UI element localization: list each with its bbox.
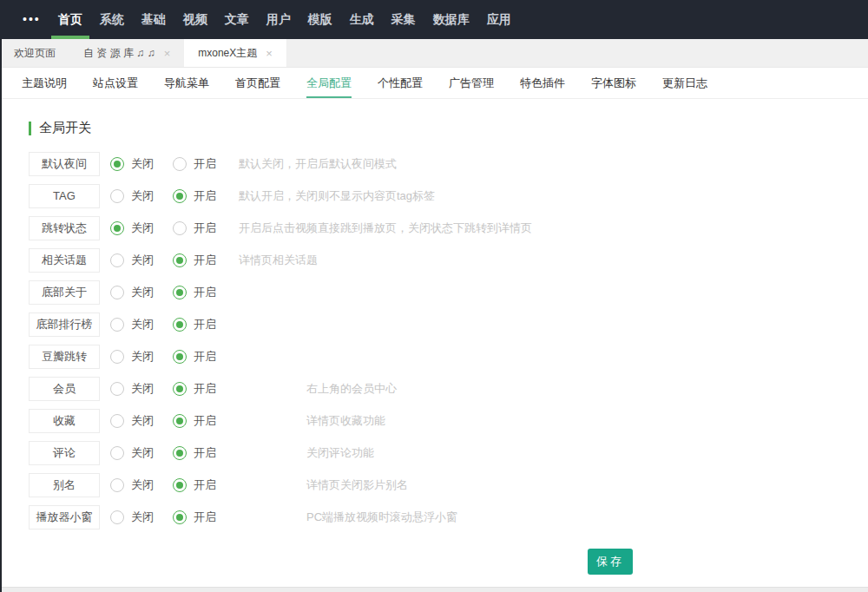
setting-label-button[interactable]: TAG: [29, 184, 100, 208]
tab-mxonex-theme[interactable]: mxoneX主题 ×: [184, 39, 287, 67]
radio-group: 关闭 开启: [110, 349, 216, 365]
radio-dot: [176, 514, 183, 521]
radio-on-label: 开启: [194, 253, 216, 268]
save-button[interactable]: 保存: [588, 549, 633, 575]
radio-dot: [176, 193, 183, 200]
subnav-home-config[interactable]: 首页配置: [235, 68, 280, 98]
radio-on[interactable]: [173, 318, 187, 332]
radio-on[interactable]: [173, 253, 187, 267]
setting-label-button[interactable]: 别名: [29, 473, 100, 497]
nav-item-video[interactable]: 视频: [183, 0, 207, 39]
setting-row-jump-state: 跳转状态 关闭 开启 开启后点击视频直接跳到播放页，关闭状态下跳转到详情页: [29, 216, 868, 240]
setting-label-button[interactable]: 底部排行榜: [29, 312, 100, 337]
radio-on[interactable]: [173, 189, 187, 203]
setting-description: 开启后点击视频直接跳到播放页，关闭状态下跳转到详情页: [239, 220, 532, 236]
tab-label: mxoneX主题: [198, 46, 257, 61]
close-icon[interactable]: ×: [266, 48, 273, 59]
radio-on[interactable]: [173, 478, 187, 492]
setting-row-footer-ranking: 底部排行榜 关闭 开启: [29, 312, 868, 337]
subnav-font-icons[interactable]: 字体图标: [591, 68, 636, 98]
subnav-featured-plugins[interactable]: 特色插件: [520, 68, 565, 98]
radio-dot: [176, 353, 183, 360]
nav-item-system[interactable]: 系统: [100, 0, 124, 39]
subnav-nav-menu[interactable]: 导航菜单: [164, 68, 209, 98]
tab-resource-library[interactable]: 自 资 源 库 ♫ ♫ ×: [69, 39, 184, 67]
radio-off[interactable]: [110, 318, 124, 332]
nav-item-collect[interactable]: 采集: [391, 0, 416, 39]
tab-label: 自 资 源 库 ♫ ♫: [83, 46, 155, 61]
subnav-personal-config[interactable]: 个性配置: [378, 68, 423, 98]
setting-row-comments: 评论 关闭 开启 关闭评论功能: [29, 441, 868, 465]
setting-row-mini-player: 播放器小窗 关闭 开启 PC端播放视频时滚动悬浮小窗: [29, 505, 868, 530]
subnav-site-settings[interactable]: 站点设置: [93, 68, 138, 98]
subnav-theme-notes[interactable]: 主题说明: [22, 68, 67, 98]
setting-description: 右上角的会员中心: [306, 381, 397, 397]
close-icon[interactable]: ×: [164, 48, 171, 59]
radio-on[interactable]: [173, 286, 187, 299]
nav-item-app[interactable]: 应用: [487, 0, 511, 39]
radio-off[interactable]: [110, 221, 124, 235]
radio-off[interactable]: [110, 510, 124, 524]
radio-dot: [176, 450, 183, 457]
nav-item-template[interactable]: 模版: [308, 0, 332, 39]
radio-off[interactable]: [110, 446, 124, 460]
radio-on[interactable]: [173, 382, 187, 396]
subnav-global-config[interactable]: 全局配置: [306, 68, 352, 98]
tab-bar: 欢迎页面 自 资 源 库 ♫ ♫ × mxoneX主题 ×: [0, 39, 868, 68]
radio-group: 关闭 开启: [110, 156, 216, 172]
radio-group: 关闭 开启: [110, 510, 216, 525]
radio-group: 关闭 开启: [110, 413, 216, 429]
radio-on[interactable]: [173, 510, 187, 524]
radio-group: 关闭 开启: [110, 188, 216, 204]
setting-label-button[interactable]: 播放器小窗: [29, 505, 100, 530]
setting-description: 详情页关闭影片别名: [306, 477, 408, 493]
radio-off[interactable]: [110, 157, 124, 171]
radio-off[interactable]: [110, 286, 124, 299]
subnav-ad-management[interactable]: 广告管理: [449, 68, 494, 98]
radio-dot: [176, 482, 183, 489]
radio-on[interactable]: [173, 350, 187, 364]
radio-off[interactable]: [110, 253, 124, 267]
setting-label-button[interactable]: 默认夜间: [29, 152, 100, 176]
nav-item-home[interactable]: 首页: [58, 0, 82, 39]
tab-label: 欢迎页面: [14, 46, 56, 61]
window-left-edge: [0, 39, 2, 592]
radio-on[interactable]: [173, 221, 187, 235]
radio-on[interactable]: [173, 446, 187, 460]
radio-on[interactable]: [173, 414, 187, 428]
radio-off-label: 关闭: [131, 317, 154, 332]
setting-label-button[interactable]: 底部关于: [29, 280, 100, 305]
nav-item-user[interactable]: 用户: [266, 0, 291, 39]
more-menu-icon[interactable]: •••: [23, 0, 41, 39]
radio-on-label: 开启: [194, 477, 216, 493]
radio-group: 关闭 开启: [110, 285, 216, 300]
setting-label-button[interactable]: 会员: [29, 377, 100, 401]
radio-group: 关闭 开启: [110, 253, 216, 268]
setting-description: 关闭评论功能: [306, 445, 374, 461]
radio-dot: [176, 289, 183, 296]
window-bottom-edge: [0, 587, 868, 592]
setting-label-button[interactable]: 豆瓣跳转: [29, 345, 100, 369]
radio-on-label: 开启: [194, 445, 216, 461]
nav-item-basic[interactable]: 基础: [141, 0, 166, 39]
setting-description: PC端播放视频时滚动悬浮小窗: [306, 510, 457, 525]
nav-item-generate[interactable]: 生成: [350, 0, 374, 39]
radio-off[interactable]: [110, 350, 124, 364]
setting-label-button[interactable]: 相关话题: [29, 248, 100, 273]
nav-item-article[interactable]: 文章: [225, 0, 249, 39]
setting-description: 详情页相关话题: [239, 253, 318, 268]
radio-off[interactable]: [110, 189, 124, 203]
nav-item-database[interactable]: 数据库: [433, 0, 470, 39]
radio-off-label: 关闭: [131, 510, 154, 525]
setting-label-button[interactable]: 评论: [29, 441, 100, 465]
setting-label-button[interactable]: 收藏: [29, 409, 100, 433]
radio-on[interactable]: [173, 157, 187, 171]
radio-on-label: 开启: [194, 188, 216, 204]
radio-off[interactable]: [110, 414, 124, 428]
radio-off[interactable]: [110, 382, 124, 396]
radio-off[interactable]: [110, 478, 124, 492]
tab-welcome[interactable]: 欢迎页面: [0, 39, 69, 67]
section-title: 全局开关: [29, 120, 868, 136]
subnav-changelog[interactable]: 更新日志: [662, 68, 707, 98]
setting-label-button[interactable]: 跳转状态: [29, 216, 100, 240]
